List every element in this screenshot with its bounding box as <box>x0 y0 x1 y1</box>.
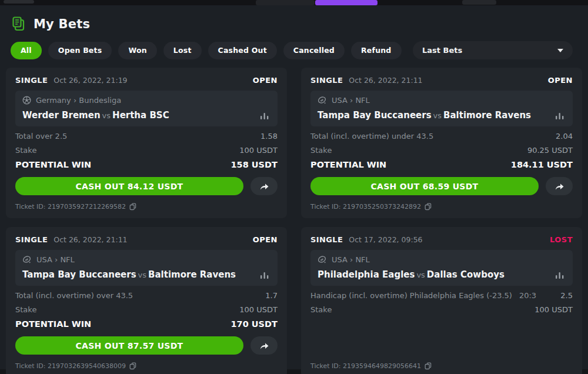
odds-value: 1.7 <box>265 291 278 300</box>
vs-label: vs <box>101 111 112 120</box>
match-panel: USA › NFL Tampa Bay BuccaneersvsBaltimor… <box>310 91 573 126</box>
status-badge: LOST <box>550 235 573 244</box>
share-icon <box>259 182 269 191</box>
vs-label: vs <box>136 271 148 279</box>
bet-selection: Total (incl. overtime) under 43.5 <box>310 132 433 141</box>
card-actions: CASH OUT 87.57 USDT <box>15 336 278 355</box>
match-panel: USA › NFL Tampa Bay BuccaneersvsBaltimor… <box>15 250 278 286</box>
bet-selection-row: Total (incl. overtime) under 43.5 2.04 <box>310 132 573 141</box>
filter-lost[interactable]: Lost <box>163 42 202 59</box>
bet-date: Oct 26, 2022, 21:11 <box>349 76 422 85</box>
teams-row: Tampa Bay BuccaneersvsBaltimore Ravens <box>318 110 566 121</box>
navbar-tab-stub[interactable] <box>256 0 315 5</box>
soccer-icon <box>22 96 31 105</box>
home-team: Tampa Bay Buccaneers <box>22 269 136 280</box>
stats-icon[interactable] <box>554 111 566 121</box>
ticket-id-label: Ticket ID: 2197032639540638009 <box>15 362 126 370</box>
share-button[interactable] <box>250 177 278 195</box>
match-panel: Germany › Bundesliga Werder BremenvsHert… <box>15 91 278 126</box>
bet-selection: Total (incl. overtime) over 43.5 <box>15 291 133 300</box>
football-icon <box>318 96 327 105</box>
card-actions: CASH OUT 84.12 USDT <box>15 177 278 195</box>
filter-cancelled[interactable]: Cancelled <box>283 42 345 59</box>
league-label: USA › NFL <box>36 255 75 264</box>
teams-row: Werder BremenvsHertha BSC <box>22 110 270 121</box>
share-icon <box>554 182 564 191</box>
bet-selection: Total over 2.5 <box>15 132 67 141</box>
bet-type: SINGLE <box>15 76 48 85</box>
cash-out-button[interactable]: CASH OUT 68.59 USDT <box>310 177 539 195</box>
ticket-id-value: 2193594649829056641 <box>343 362 421 370</box>
cash-out-button[interactable]: CASH OUT 87.57 USDT <box>15 336 243 355</box>
ticket-id-label: Ticket ID: 2197035250373242892 <box>310 203 421 211</box>
potential-win-label: POTENTIAL WIN <box>310 160 511 169</box>
navbar-logo-stub <box>4 0 34 4</box>
copy-icon[interactable] <box>425 203 432 211</box>
stats-icon[interactable] <box>259 270 270 280</box>
league-label: USA › NFL <box>332 96 370 105</box>
stake-row: Stake 90.25 USDT <box>310 146 573 155</box>
sort-dropdown[interactable]: Last Bets <box>413 41 573 59</box>
odds-value: 2.04 <box>556 132 573 141</box>
home-team: Tampa Bay Buccaneers <box>318 110 432 121</box>
filter-all[interactable]: All <box>11 42 42 59</box>
football-icon <box>22 255 32 264</box>
share-button[interactable] <box>546 177 573 195</box>
page-title: My Bets <box>34 17 90 31</box>
stake-value: 100 USDT <box>239 305 278 314</box>
home-team: Philadelphia Eagles <box>318 269 415 280</box>
chevron-down-icon <box>557 49 563 52</box>
stake-label: Stake <box>15 305 239 314</box>
filter-open-bets[interactable]: Open Bets <box>48 42 112 59</box>
potential-win-row: POTENTIAL WIN 184.11 USDT <box>310 160 573 169</box>
stake-row: Stake 100 USDT <box>310 305 573 314</box>
bet-date: Oct 26, 2022, 21:11 <box>54 235 127 244</box>
match-score: 20:3 <box>519 291 536 300</box>
copy-icon[interactable] <box>425 362 432 370</box>
potential-win-value: 158 USDT <box>231 160 278 169</box>
away-team: Dallas Cowboys <box>427 269 505 280</box>
ticket-id-label: Ticket ID: 2197035927212269582 <box>15 203 126 211</box>
copy-icon[interactable] <box>129 362 136 370</box>
home-team: Werder Bremen <box>22 110 101 121</box>
bet-selection: Handicap (incl. overtime) Philadelphia E… <box>310 291 512 300</box>
away-team: Baltimore Ravens <box>443 110 531 121</box>
stake-value: 100 USDT <box>239 146 278 155</box>
stats-icon[interactable] <box>259 111 270 121</box>
filter-row: All Open Bets Won Lost Cashed Out Cancel… <box>11 41 580 59</box>
bet-selection-row: Handicap (incl. overtime) Philadelphia E… <box>310 291 573 300</box>
my-bets-icon <box>11 16 26 32</box>
filter-refund[interactable]: Refund <box>351 42 402 59</box>
status-badge: OPEN <box>253 76 278 85</box>
ticket-row: Ticket ID: 2193594649829056641 <box>310 362 573 370</box>
filter-cashed-out[interactable]: Cashed Out <box>208 42 277 59</box>
ticket-row: Ticket ID: 2197035250373242892 <box>310 203 573 211</box>
football-icon <box>318 255 327 264</box>
copy-icon[interactable] <box>129 203 136 211</box>
bet-date: Oct 17, 2022, 09:56 <box>349 235 422 244</box>
bet-type: SINGLE <box>310 235 343 244</box>
stats-icon[interactable] <box>554 270 566 280</box>
potential-win-value: 184.11 USDT <box>511 160 573 169</box>
match-title: Philadelphia EaglesvsDallas Cowboys <box>318 269 554 280</box>
stake-label: Stake <box>310 305 534 314</box>
stake-label: Stake <box>15 146 239 155</box>
status-badge: OPEN <box>548 76 573 85</box>
league-row: USA › NFL <box>318 255 566 264</box>
ticket-id-value: 2197035250373242892 <box>343 203 421 211</box>
stake-value: 90.25 USDT <box>527 146 573 155</box>
navbar-active-tab[interactable] <box>315 0 377 5</box>
match-panel: USA › NFL Philadelphia EaglesvsDallas Co… <box>310 250 573 286</box>
navbar-item-stub[interactable] <box>462 0 496 5</box>
vs-label: vs <box>432 111 443 120</box>
filter-won[interactable]: Won <box>118 42 156 59</box>
potential-win-row: POTENTIAL WIN 170 USDT <box>15 319 278 329</box>
ticket-row: Ticket ID: 2197032639540638009 <box>15 362 278 370</box>
cash-out-button[interactable]: CASH OUT 84.12 USDT <box>15 177 243 195</box>
match-title: Tampa Bay BuccaneersvsBaltimore Ravens <box>318 110 554 121</box>
potential-win-label: POTENTIAL WIN <box>15 160 231 169</box>
share-button[interactable] <box>250 336 278 355</box>
ticket-id-value: 2197035927212269582 <box>48 203 126 211</box>
bet-card: SINGLE Oct 26, 2022, 21:11 OPEN USA › NF… <box>301 68 582 218</box>
card-header: SINGLE Oct 26, 2022, 21:11 OPEN <box>15 235 278 244</box>
